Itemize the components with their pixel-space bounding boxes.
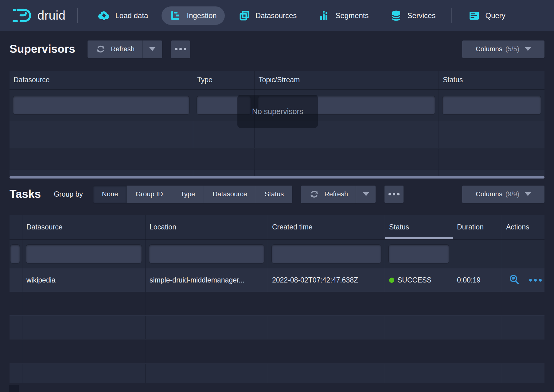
group-by-none-button[interactable]: None [93,186,127,203]
refresh-dropdown-button[interactable] [142,40,162,58]
actions-cell [502,268,544,292]
more-icon [179,48,182,50]
row-spacer-cell [10,268,22,292]
brand-name: druid [37,9,65,22]
column-header-type[interactable]: Type [193,71,255,89]
location-cell: simple-druid-middlemanager... [146,268,268,292]
refresh-button[interactable]: Refresh [301,186,356,203]
nav-item-segments[interactable]: Segments [310,6,376,25]
tasks-table-header: Datasource Location Created time Status … [10,215,544,240]
empty-table-row [10,363,544,383]
datasource-cell: wikipedia [22,268,146,292]
column-header-status[interactable]: Status [385,215,453,239]
column-header-spacer [10,215,22,239]
console-icon [468,10,480,22]
more-icon [388,193,391,195]
tasks-empty-rows [10,292,544,383]
created-time-cell: 2022-08-02T07:42:47.638Z [268,268,385,292]
supervisors-toolbar: Supervisors Refresh [10,40,544,58]
layers-icon [238,10,251,22]
tasks-title: Tasks [10,188,41,201]
chevron-down-icon [149,47,155,51]
nav-item-services[interactable]: Services [382,6,443,25]
datasource-filter-input[interactable] [13,96,189,114]
supervisors-title: Supervisors [10,43,75,56]
group-by-type-button[interactable]: Type [172,186,204,203]
refresh-label: Refresh [111,45,135,53]
refresh-button[interactable]: Refresh [88,40,142,58]
horizontal-scrollbar[interactable] [10,176,544,179]
status-text: SUCCESS [397,276,431,284]
navbar-separator [451,8,452,23]
task-row[interactable]: wikipedia simple-druid-middlemanager... … [10,268,544,292]
empty-table-row [10,315,544,339]
tasks-columns-button[interactable]: Columns (9/9) [462,186,544,203]
sort-indicator [385,237,453,239]
group-by-group-id-button[interactable]: Group ID [127,186,172,203]
column-header-topic-stream[interactable]: Topic/Stream [255,71,439,89]
tasks-refresh-split-button: Refresh [301,186,376,203]
status-filter-input[interactable] [443,96,541,114]
nav-item-label: Segments [335,11,369,20]
nav-item-label: Ingestion [187,11,217,20]
more-icon [397,193,400,195]
chevron-down-icon [363,192,369,196]
bar-chart-icon [318,10,330,22]
status-success-dot [389,278,394,283]
supervisors-section: Supervisors Refresh [0,40,554,179]
empty-table-row [10,170,544,176]
column-header-location[interactable]: Location [146,215,268,239]
scrollbar-corner[interactable] [9,385,19,392]
more-icon [175,48,178,50]
tasks-toolbar: Tasks Group by None Group ID Type Dataso… [10,185,544,203]
task-detail-search-icon[interactable] [509,274,521,286]
supervisors-columns-button[interactable]: Columns (5/5) [462,40,544,58]
column-header-actions[interactable]: Actions [502,215,544,239]
nav-item-load-data[interactable]: Load data [89,6,156,25]
task-actions-more-icon[interactable] [529,279,542,282]
refresh-icon [96,44,106,54]
columns-label: Columns [476,45,502,53]
column-header-datasource[interactable]: Datasource [22,215,146,239]
druid-logo-icon [12,7,33,24]
tasks-table: Datasource Location Created time Status … [10,215,544,383]
chevron-down-icon [525,47,531,51]
nav-item-label: Query [485,11,505,20]
nav-item-datasources[interactable]: Datasources [230,6,305,25]
column-header-datasource[interactable]: Datasource [10,71,193,89]
columns-count: (9/9) [505,190,519,198]
supervisors-more-button[interactable] [171,40,190,58]
columns-count: (5/5) [505,45,519,53]
navbar-menu: Load data Ingestion [89,6,519,25]
empty-table-row [10,339,544,363]
created-time-filter-input[interactable] [272,245,381,263]
refresh-dropdown-button[interactable] [356,186,376,203]
druid-logo[interactable]: druid [12,7,65,24]
navbar-separator [77,8,78,23]
columns-label: Columns [476,190,502,198]
datasource-filter-input[interactable] [26,245,142,263]
status-filter-input[interactable] [389,245,449,263]
nav-item-ingestion[interactable]: Ingestion [162,6,224,25]
tasks-section: Tasks Group by None Group ID Type Dataso… [0,185,554,383]
more-icon [393,193,395,195]
cloud-upload-icon [97,9,110,22]
column-header-duration[interactable]: Duration [453,215,502,239]
refresh-label: Refresh [324,190,348,198]
status-cell: SUCCESS [385,268,453,292]
narrow-filter-input[interactable] [10,245,20,263]
empty-table-row [10,148,544,170]
supervisors-table-header: Datasource Type Topic/Stream Status [10,71,544,90]
location-filter-input[interactable] [149,245,264,263]
no-supervisors-overlay: No supervisors [237,95,318,128]
group-by-status-button[interactable]: Status [256,186,292,203]
group-by-datasource-button[interactable]: Datasource [204,186,256,203]
supervisors-refresh-split-button: Refresh [88,40,162,58]
column-header-created-time[interactable]: Created time [268,215,385,239]
refresh-icon [309,189,319,199]
tasks-more-button[interactable] [384,186,404,203]
column-header-status[interactable]: Status [439,71,544,89]
group-by-button-group: None Group ID Type Datasource Status [93,186,292,203]
nav-item-query[interactable]: Query [460,6,513,25]
database-icon [390,10,402,22]
